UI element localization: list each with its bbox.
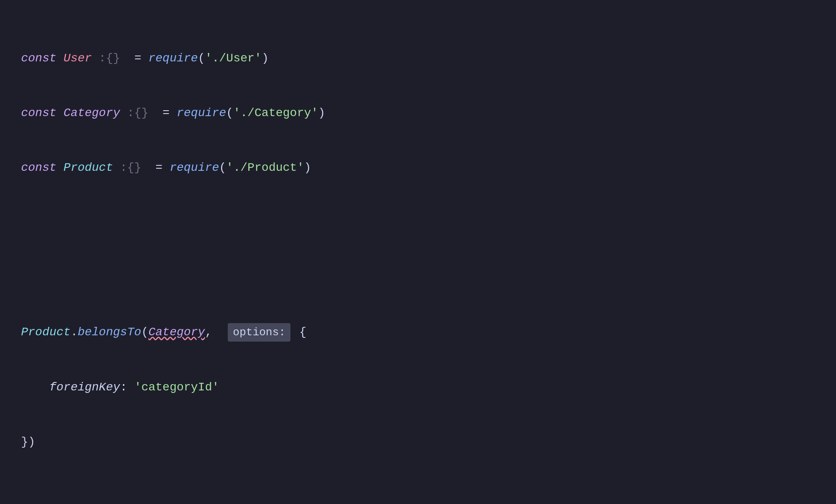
line-3: const Product :{} = require('./Product') bbox=[21, 159, 815, 177]
brace-open-1: { bbox=[299, 326, 306, 339]
comma-1: , bbox=[205, 326, 212, 339]
paren-close-2: ) bbox=[318, 106, 325, 119]
require-function-3: require bbox=[170, 161, 219, 174]
const-keyword-3: const bbox=[21, 161, 56, 174]
equals-3: = bbox=[155, 161, 162, 174]
colon-fk1: : bbox=[120, 381, 127, 394]
paren-open-2: ( bbox=[226, 106, 233, 119]
line-2: const Category :{} = require('./Category… bbox=[21, 104, 815, 122]
line-blank-1 bbox=[21, 213, 815, 231]
paren-4: ( bbox=[141, 326, 149, 339]
paren-open-3: ( bbox=[219, 161, 226, 174]
equals-2: = bbox=[162, 106, 170, 119]
belongs-to-method: belongsTo bbox=[77, 326, 141, 339]
code-editor: const User :{} = require('./User') const… bbox=[21, 13, 815, 504]
category-identifier: Category bbox=[64, 106, 120, 119]
foreign-key-prop-1: foreignKey bbox=[49, 381, 120, 394]
line-belongs-to: Product.belongsTo(Category, options: { bbox=[21, 323, 815, 342]
type-colon-3: :{} bbox=[120, 161, 141, 174]
line-blank-2 bbox=[21, 268, 815, 286]
equals: = bbox=[134, 52, 141, 65]
line-blank-3 bbox=[21, 488, 815, 504]
require-function: require bbox=[149, 52, 198, 65]
user-path-string: './User' bbox=[205, 52, 261, 65]
paren-close-3: ) bbox=[304, 161, 311, 174]
paren-close: ) bbox=[261, 52, 269, 65]
category-path-string: './Category' bbox=[233, 106, 318, 119]
line-1: const User :{} = require('./User') bbox=[21, 49, 815, 67]
const-keyword: const bbox=[21, 52, 56, 65]
require-function-2: require bbox=[177, 106, 226, 119]
category-id-string-1: 'categoryId' bbox=[134, 381, 219, 394]
category-ref-1: Category bbox=[148, 326, 205, 339]
product-identifier: Product bbox=[64, 161, 113, 174]
type-colon: :{} bbox=[99, 52, 120, 65]
product-ref-1: Product bbox=[21, 326, 71, 339]
paren-open: ( bbox=[198, 52, 205, 65]
line-foreign-key-1: foreignKey: 'categoryId' bbox=[21, 378, 815, 396]
product-path-string: './Product' bbox=[226, 161, 304, 174]
user-identifier: User bbox=[64, 52, 92, 65]
const-keyword-2: const bbox=[21, 106, 56, 119]
options-tooltip-1: options: bbox=[228, 323, 290, 342]
type-colon-2: :{} bbox=[127, 106, 148, 119]
close-brace-paren-1: }) bbox=[21, 435, 35, 448]
dot-1: . bbox=[71, 326, 78, 339]
line-close-1: }) bbox=[21, 433, 815, 451]
